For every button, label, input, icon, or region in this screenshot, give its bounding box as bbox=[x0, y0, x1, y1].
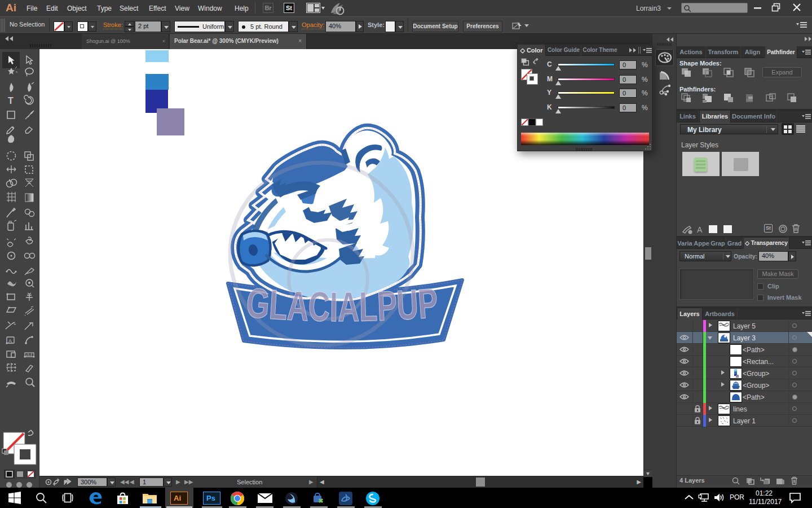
svg-text:A: A bbox=[8, 338, 12, 344]
svg-text:+: + bbox=[14, 322, 16, 327]
svg-text:T: T bbox=[8, 96, 14, 106]
svg-text:GLACIALPUP: GLACIALPUP bbox=[245, 279, 440, 330]
